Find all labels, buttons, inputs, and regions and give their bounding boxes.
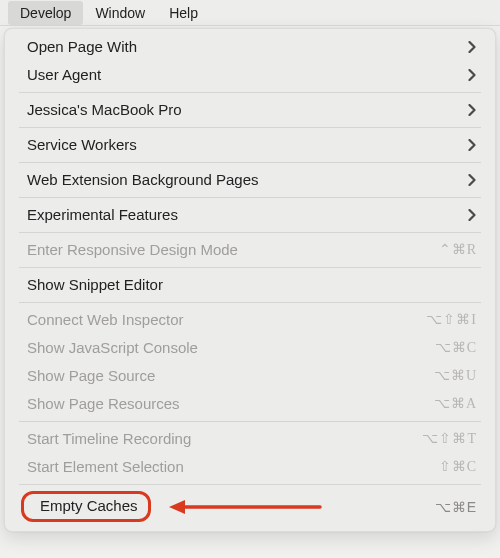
- menu-item-snippet-editor[interactable]: Show Snippet Editor: [7, 271, 493, 299]
- highlight-annotation: Empty Caches: [21, 491, 151, 522]
- menu-shortcut: ⌥⇧⌘T: [422, 430, 477, 448]
- chevron-right-icon: [467, 40, 477, 54]
- menu-separator: [19, 127, 481, 128]
- menu-item-label: Start Element Selection: [27, 458, 439, 476]
- menu-item-label: User Agent: [27, 66, 467, 84]
- menubar: Develop Window Help: [0, 0, 500, 26]
- menu-shortcut: ⌥⌘U: [434, 367, 477, 385]
- menu-help[interactable]: Help: [157, 1, 210, 25]
- menu-item-empty-caches[interactable]: Empty Caches ⌥⌘E: [7, 488, 493, 525]
- menu-item-open-page-with[interactable]: Open Page With: [7, 33, 493, 61]
- menu-shortcut: ⌥⌘A: [434, 395, 477, 413]
- menu-item-label: Show Page Resources: [27, 395, 434, 413]
- develop-dropdown: Open Page With User Agent Jessica's MacB…: [4, 28, 496, 532]
- menu-item-label: Connect Web Inspector: [27, 311, 426, 329]
- menu-separator: [19, 92, 481, 93]
- menu-shortcut: ⌥⇧⌘I: [426, 311, 477, 329]
- menu-shortcut: ⌥⌘E: [435, 499, 477, 515]
- menu-item-service-workers[interactable]: Service Workers: [7, 131, 493, 159]
- menu-item-user-agent[interactable]: User Agent: [7, 61, 493, 89]
- menu-separator: [19, 232, 481, 233]
- menu-item-js-console: Show JavaScript Console ⌥⌘C: [7, 334, 493, 362]
- menu-separator: [19, 267, 481, 268]
- menu-item-element-selection: Start Element Selection ⇧⌘C: [7, 453, 493, 481]
- menu-separator: [19, 421, 481, 422]
- menu-item-label: Show Page Source: [27, 367, 434, 385]
- menu-separator: [19, 302, 481, 303]
- menu-item-label: Jessica's MacBook Pro: [27, 101, 467, 119]
- menu-item-timeline: Start Timeline Recording ⌥⇧⌘T: [7, 425, 493, 453]
- menu-item-responsive-mode: Enter Responsive Design Mode ⌃⌘R: [7, 236, 493, 264]
- menu-item-label: Show Snippet Editor: [27, 276, 477, 294]
- menu-item-label: Web Extension Background Pages: [27, 171, 467, 189]
- chevron-right-icon: [467, 138, 477, 152]
- menu-item-page-resources: Show Page Resources ⌥⌘A: [7, 390, 493, 418]
- menu-separator: [19, 197, 481, 198]
- arrow-annotation: [151, 498, 435, 516]
- menu-item-label: Experimental Features: [27, 206, 467, 224]
- menu-item-web-ext-bg[interactable]: Web Extension Background Pages: [7, 166, 493, 194]
- chevron-right-icon: [467, 173, 477, 187]
- menu-item-label: Service Workers: [27, 136, 467, 154]
- menu-develop[interactable]: Develop: [8, 1, 83, 25]
- menu-shortcut: ⌃⌘R: [439, 241, 477, 259]
- chevron-right-icon: [467, 68, 477, 82]
- menu-item-label: Enter Responsive Design Mode: [27, 241, 439, 259]
- menu-item-label: Start Timeline Recording: [27, 430, 422, 448]
- menu-item-label: Open Page With: [27, 38, 467, 56]
- menu-item-label: Empty Caches: [40, 497, 138, 514]
- chevron-right-icon: [467, 103, 477, 117]
- menu-item-device[interactable]: Jessica's MacBook Pro: [7, 96, 493, 124]
- menu-separator: [19, 484, 481, 485]
- chevron-right-icon: [467, 208, 477, 222]
- menu-item-connect-inspector: Connect Web Inspector ⌥⇧⌘I: [7, 306, 493, 334]
- menu-window[interactable]: Window: [83, 1, 157, 25]
- menu-shortcut: ⇧⌘C: [439, 458, 477, 476]
- menu-shortcut: ⌥⌘C: [435, 339, 477, 357]
- menu-item-experimental[interactable]: Experimental Features: [7, 201, 493, 229]
- menu-item-page-source: Show Page Source ⌥⌘U: [7, 362, 493, 390]
- menu-item-label: Show JavaScript Console: [27, 339, 435, 357]
- menu-separator: [19, 162, 481, 163]
